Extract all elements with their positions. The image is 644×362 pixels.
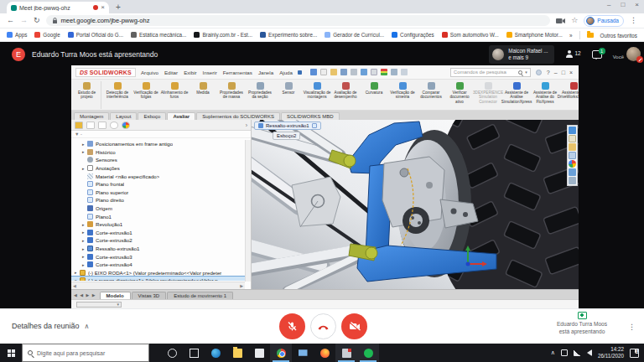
tree-item[interactable]: ▸ Posicionamentos em frame antigo: [71, 140, 245, 148]
tree-horizontal-scrollbar[interactable]: ◀ ▶: [71, 282, 245, 289]
browser-menu-icon[interactable]: ⋮: [630, 17, 637, 24]
caption-menu-icon[interactable]: ⋮: [628, 323, 636, 331]
new-document-icon[interactable]: [320, 69, 327, 75]
bookmark-item[interactable]: Estática mecânica...: [131, 32, 186, 38]
login-avatar-icon[interactable]: [536, 70, 542, 75]
bookmark-item[interactable]: Gerador de Currícul...: [325, 32, 384, 38]
menu-item[interactable]: Editar: [164, 70, 178, 75]
bookmark-item[interactable]: Brainly.com.br - Est...: [194, 32, 252, 38]
save-icon[interactable]: [340, 69, 347, 75]
search-dropdown-icon[interactable]: ▾: [525, 70, 527, 75]
sw-home-icon[interactable]: [569, 127, 576, 134]
ribbon-button[interactable]: Propriedades da seção: [246, 81, 274, 109]
ribbon-button[interactable]: Verificação de simetria: [388, 81, 417, 109]
panel-expand-icon[interactable]: ›: [246, 122, 247, 128]
command-manager-tab[interactable]: Suplementos do SOLIDWORKS: [196, 112, 280, 120]
bookmark-item[interactable]: Google: [34, 32, 60, 38]
tree-item[interactable]: ▸ Corte-extrusão1: [71, 229, 245, 237]
taskbar-app-button[interactable]: [248, 344, 270, 362]
sw-help-icon[interactable]: [569, 135, 576, 142]
configurationmanager-tab-icon[interactable]: [98, 122, 106, 129]
profile-chip[interactable]: Pausada: [584, 15, 624, 27]
tree-item[interactable]: Sensores: [71, 156, 245, 164]
menu-item[interactable]: Ferramentas: [223, 70, 252, 75]
camera-in-use-icon[interactable]: [556, 18, 565, 24]
meeting-details-button[interactable]: Detalhes da reunião ∧: [12, 322, 89, 330]
ribbon-button[interactable]: Propriedades de massa: [217, 81, 246, 109]
forum-icon[interactable]: [569, 177, 576, 184]
command-search-box[interactable]: Comandos de pesquisa ▾: [450, 68, 531, 77]
tree-item[interactable]: ▸ Corte-extrusão2: [71, 236, 245, 245]
file-properties-icon[interactable]: [391, 69, 397, 75]
tree-vertical-scrollbar[interactable]: [245, 140, 251, 282]
tree-item[interactable]: Plano direito: [71, 196, 245, 204]
bookmark-item[interactable]: Experimento sobre...: [260, 32, 317, 38]
sw-minimize-button[interactable]: –: [554, 70, 558, 75]
menu-item[interactable]: Ajuda: [279, 70, 293, 75]
taskbar-search-box[interactable]: Digite aqui para pesquisar: [22, 344, 149, 362]
tree-item[interactable]: ▸ Corte-extrusão3: [71, 252, 245, 261]
pin-menu-icon[interactable]: [298, 70, 302, 75]
open-icon[interactable]: [330, 69, 337, 75]
mic-toggle-button[interactable]: [279, 313, 305, 339]
dimxpert-tab-icon[interactable]: [110, 122, 118, 129]
solidworks-logo[interactable]: DS SOLIDWORKS: [75, 68, 136, 77]
tree-item[interactable]: ▸ Histórico: [71, 148, 245, 157]
taskbar-app-button[interactable]: [183, 344, 205, 362]
command-manager-tab[interactable]: SOLIDWORKS MBD: [281, 112, 340, 120]
print-icon[interactable]: [351, 69, 357, 75]
participants-pill[interactable]: Maicon Rafael ... e mais 9: [489, 45, 554, 64]
rebuild-icon[interactable]: [381, 69, 387, 75]
taskbar-app-button[interactable]: [161, 344, 183, 362]
design-library-icon[interactable]: [569, 143, 576, 151]
tree-item[interactable]: Plano superior: [71, 189, 245, 197]
taskbar-app-button[interactable]: [226, 344, 248, 362]
appearances-icon[interactable]: [569, 160, 576, 168]
tree-item[interactable]: ▸ Anotações: [71, 164, 245, 173]
taskbar-clock[interactable]: 14:22 26/11/2020: [598, 346, 624, 359]
tray-expand-icon[interactable]: ∧: [551, 349, 555, 356]
tree-item[interactable]: Plano1: [71, 212, 245, 220]
taskbar-app-button[interactable]: [292, 344, 314, 362]
minimize-button[interactable]: –: [607, 1, 610, 8]
propertymanager-tab-icon[interactable]: [86, 122, 95, 129]
tree-filter-row[interactable]: ▼ -: [71, 131, 251, 138]
maximize-button[interactable]: □: [621, 1, 625, 8]
omnibox[interactable]: meet.google.com/jbe-pwwg-ohz: [46, 15, 551, 26]
chat-button[interactable]: 1: [592, 50, 602, 59]
people-button[interactable]: 12: [565, 50, 580, 58]
ribbon-button[interactable]: Assistente de Análise SimulationXpress: [502, 81, 531, 109]
taskbar-app-button[interactable]: [335, 344, 357, 362]
self-view[interactable]: Você: [613, 47, 641, 61]
ribbon-button[interactable]: Verificação de folgas: [132, 81, 160, 109]
sw-close-button[interactable]: ×: [569, 70, 573, 75]
ribbon-button[interactable]: 3DEXPERIENCE Simulation Connector: [474, 81, 502, 109]
tree-item[interactable]: ▸ Ressalto-extrusão1: [71, 245, 245, 253]
tree-item[interactable]: Origem: [71, 204, 245, 213]
bookmark-item[interactable]: Portal Oficial do G...: [68, 32, 123, 38]
taskbar-app-button[interactable]: [270, 344, 292, 362]
tab-scroll-arrows[interactable]: ◀ ◀ ▶ ▶: [74, 292, 96, 297]
ribbon-button[interactable]: Sensor: [274, 81, 303, 109]
ribbon-button[interactable]: Comparar documentos: [417, 81, 445, 109]
ribbon-button[interactable]: Estudo de projeto: [73, 81, 101, 109]
volume-icon[interactable]: [587, 349, 592, 356]
action-center-icon[interactable]: 1: [630, 349, 639, 358]
help-button[interactable]: ?: [547, 70, 550, 75]
tree-item[interactable]: ▾ (-) n manga dianteira<1> [Valor predet…: [71, 277, 245, 281]
options-icon[interactable]: [401, 69, 408, 75]
custom-properties-icon[interactable]: [569, 168, 576, 176]
displaymanager-tab-icon[interactable]: [122, 122, 130, 129]
camera-toggle-button[interactable]: [341, 313, 367, 339]
ribbon-button[interactable]: Alinhamento de furos: [160, 81, 189, 109]
network-icon[interactable]: [574, 349, 581, 356]
other-bookmarks-label[interactable]: Outros favoritos: [600, 33, 637, 39]
taskbar-app-button[interactable]: [205, 344, 226, 362]
bookmark-star-icon[interactable]: ☆: [571, 17, 578, 24]
status-dropdown[interactable]: ▾: [76, 302, 122, 308]
sw-maximize-button[interactable]: □: [562, 70, 565, 75]
menu-item[interactable]: Exibir: [184, 70, 196, 75]
tree-item[interactable]: Plano frontal: [71, 180, 245, 189]
browser-tab[interactable]: Meet jbe-pwwg-ohz ×: [7, 2, 109, 13]
back-icon[interactable]: ←: [7, 17, 14, 24]
